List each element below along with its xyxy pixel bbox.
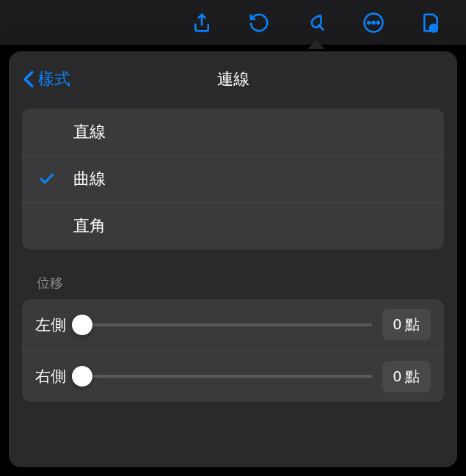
- svg-point-1: [368, 21, 370, 23]
- popover-title: 連線: [217, 68, 250, 90]
- option-label: 曲線: [73, 168, 106, 190]
- svg-point-6: [432, 26, 435, 29]
- option-label: 直線: [73, 121, 106, 143]
- check-icon: [38, 170, 56, 188]
- undo-icon[interactable]: [246, 10, 272, 36]
- slider-thumb[interactable]: [72, 366, 92, 387]
- line-type-straight[interactable]: 直線: [22, 109, 444, 155]
- back-button[interactable]: 樣式: [22, 68, 70, 90]
- offset-left-value[interactable]: 0 點: [382, 309, 431, 340]
- line-type-list: 直線 曲線 直角: [22, 109, 444, 249]
- document-icon[interactable]: [418, 10, 444, 36]
- line-type-right-angle[interactable]: 直角: [22, 202, 444, 249]
- toolbar: [0, 0, 466, 45]
- offset-section-label: 位移: [22, 274, 444, 292]
- offset-right-label: 右側: [35, 366, 72, 387]
- more-icon[interactable]: [360, 10, 387, 36]
- svg-point-2: [373, 21, 375, 23]
- back-label: 樣式: [38, 68, 70, 90]
- option-label: 直角: [73, 215, 106, 237]
- offset-right-row: 右側 0 點: [22, 351, 444, 402]
- offset-right-slider[interactable]: [82, 375, 372, 378]
- svg-point-3: [377, 21, 379, 23]
- offset-slider-group: 左側 0 點 右側 0 點: [22, 299, 444, 402]
- share-icon[interactable]: [189, 10, 215, 36]
- offset-left-slider[interactable]: [82, 323, 372, 326]
- offset-left-label: 左側: [35, 315, 72, 335]
- format-popover: 樣式 連線 直線 曲線 直角 位移 左側 0 點 右側: [9, 51, 457, 467]
- format-brush-icon[interactable]: [303, 10, 330, 36]
- slider-thumb[interactable]: [72, 315, 92, 335]
- offset-left-row: 左側 0 點: [22, 299, 444, 351]
- offset-right-value[interactable]: 0 點: [382, 361, 431, 392]
- popover-header: 樣式 連線: [22, 65, 444, 94]
- line-type-curve[interactable]: 曲線: [22, 155, 444, 202]
